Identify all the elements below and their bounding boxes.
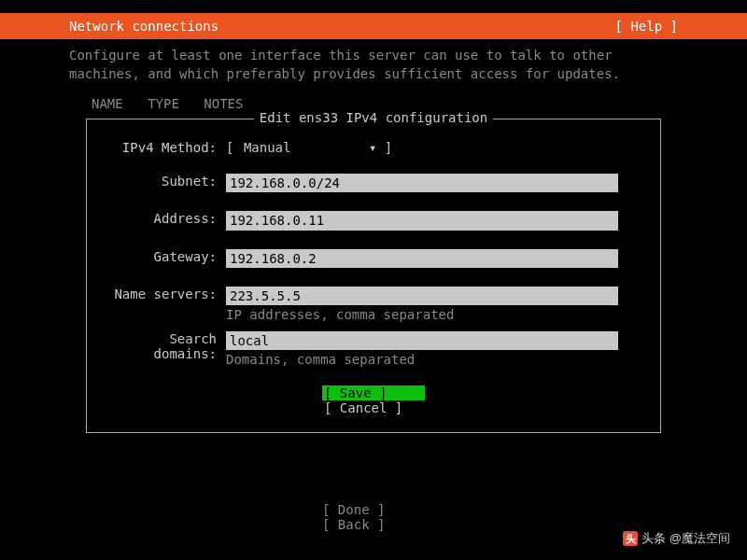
back-button[interactable]: [ Back ]: [322, 517, 425, 532]
nameservers-input[interactable]: 223.5.5.5: [226, 287, 618, 305]
nameservers-hint: IP addresses, comma separated: [226, 307, 618, 322]
gateway-input[interactable]: 192.168.0.2: [226, 249, 618, 268]
col-type: TYPE: [148, 96, 179, 111]
watermark-icon: 头: [623, 531, 638, 546]
chevron-down-icon: ▾: [369, 140, 376, 155]
ipv4-config-box: Edit ens33 IPv4 configuration IPv4 Metho…: [86, 119, 661, 433]
done-button[interactable]: [ Done ]: [322, 502, 425, 517]
address-label: Address:: [100, 211, 226, 226]
watermark-text: 头条 @魔法空间: [641, 530, 730, 547]
subnet-row: Subnet: 192.168.0.0/24: [100, 174, 647, 192]
address-row: Address: 192.168.0.11: [100, 211, 647, 230]
method-dropdown[interactable]: [ Manual ▾ ]: [226, 140, 392, 155]
searchdomains-label: Search domains:: [100, 331, 226, 361]
footer-buttons: [ Done ] [ Back ]: [0, 502, 747, 532]
searchdomains-hint: Domains, comma separated: [226, 352, 618, 367]
gateway-row: Gateway: 192.168.0.2: [100, 249, 647, 268]
watermark: 头 头条 @魔法空间: [623, 530, 730, 547]
box-title: Edit ens33 IPv4 configuration: [254, 110, 493, 125]
col-name: NAME: [92, 96, 123, 111]
subnet-input[interactable]: 192.168.0.0/24: [226, 174, 618, 192]
searchdomains-input[interactable]: local: [226, 331, 618, 350]
help-button[interactable]: [ Help ]: [615, 19, 678, 34]
page-title: Network connections: [69, 19, 218, 34]
header-bar: Network connections [ Help ]: [0, 13, 747, 39]
cancel-button[interactable]: [ Cancel ]: [322, 400, 425, 415]
method-label: IPv4 Method:: [100, 140, 226, 155]
bracket-open: [: [226, 140, 233, 155]
nameservers-label: Name servers:: [100, 287, 226, 301]
dialog-buttons: [ Save ] [ Cancel ]: [100, 385, 647, 415]
address-input[interactable]: 192.168.0.11: [226, 211, 618, 230]
save-button[interactable]: [ Save ]: [322, 385, 425, 400]
subnet-label: Subnet:: [100, 174, 226, 189]
bracket-close: ]: [385, 140, 392, 155]
col-notes: NOTES: [204, 96, 243, 111]
method-value: Manual: [242, 140, 363, 155]
gateway-label: Gateway:: [100, 249, 226, 264]
page-description: Configure at least one interface this se…: [0, 39, 747, 92]
method-row: IPv4 Method: [ Manual ▾ ]: [100, 140, 647, 155]
searchdomains-row: Search domains: local Domains, comma sep…: [100, 331, 647, 367]
nameservers-row: Name servers: 223.5.5.5 IP addresses, co…: [100, 287, 647, 322]
